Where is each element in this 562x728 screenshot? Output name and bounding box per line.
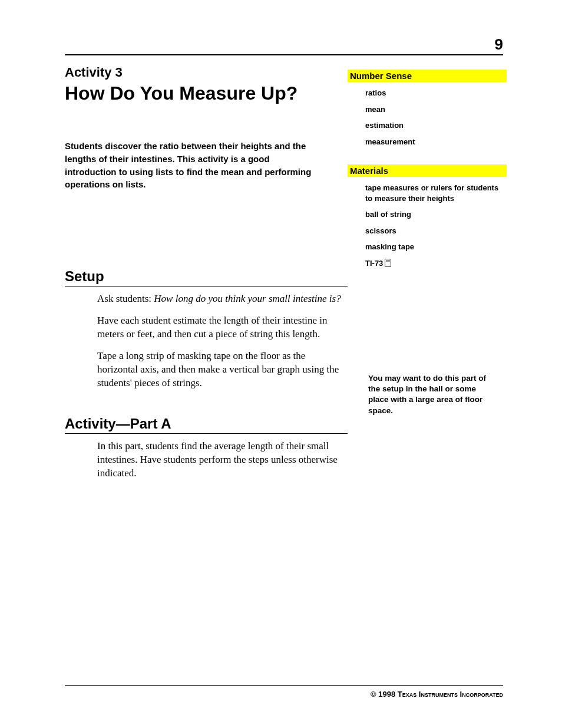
setup-paragraph-2: Have each student estimate the length of… — [97, 314, 345, 341]
intro-paragraph: Students discover the ratio between thei… — [65, 140, 318, 191]
page-number: 9 — [495, 35, 503, 54]
number-sense-list: ratios mean estimation measurement — [365, 88, 507, 147]
list-item: masking tape — [365, 242, 507, 252]
setup-heading: Setup — [65, 268, 348, 286]
setup-p1-lead: Ask students: — [97, 293, 154, 304]
header-block: Activity 3 How Do You Measure Up? Studen… — [65, 65, 330, 215]
list-item: estimation — [365, 120, 507, 131]
list-item: measurement — [365, 137, 507, 147]
calculator-icon — [385, 259, 391, 267]
materials-heading: Materials — [348, 164, 507, 177]
part-a-heading: Activity—Part A — [65, 416, 348, 434]
number-sense-heading: Number Sense — [348, 70, 507, 82]
list-item: tape measures or rulers for students to … — [365, 183, 507, 203]
top-rule — [65, 54, 503, 55]
sidebar: Number Sense ratios mean estimation meas… — [348, 70, 507, 286]
list-item: scissors — [365, 226, 507, 236]
setup-paragraph-1: Ask students: How long do you think your… — [97, 292, 345, 306]
margin-note: You may want to do this part of the setu… — [368, 373, 492, 416]
part-a-paragraph-1: In this part, students find the average … — [97, 440, 345, 480]
list-item: ratios — [365, 88, 507, 98]
activity-label: Activity 3 — [65, 65, 330, 80]
setup-paragraph-3: Tape a long strip of masking tape on the… — [97, 350, 345, 390]
part-a-section: Activity—Part A In this part, students f… — [65, 416, 348, 489]
page-title: How Do You Measure Up? — [65, 83, 330, 104]
footer-copyright: © 1998 Texas Instruments Incorporated — [371, 690, 503, 699]
calculator-label: TI-73 — [365, 259, 383, 268]
materials-list: tape measures or rulers for students to … — [365, 183, 507, 268]
page: 9 Activity 3 How Do You Measure Up? Stud… — [0, 0, 562, 728]
list-item: ball of string — [365, 209, 507, 220]
setup-section: Setup Ask students: How long do you thin… — [65, 268, 348, 398]
list-item: TI-73 — [365, 258, 507, 269]
list-item: mean — [365, 104, 507, 115]
setup-p1-question: How long do you think your small intesti… — [154, 293, 340, 304]
footer-rule — [65, 685, 503, 686]
